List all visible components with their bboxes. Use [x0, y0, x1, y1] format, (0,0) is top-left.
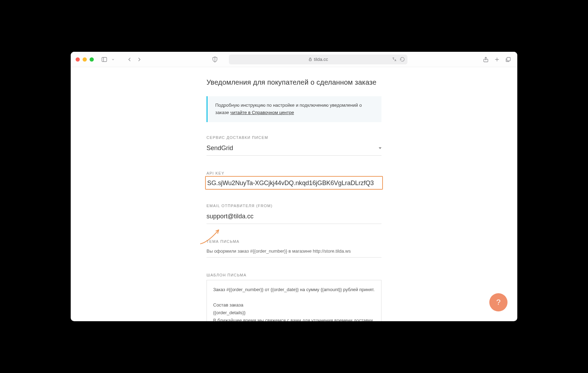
sidebar-icon: [101, 56, 107, 63]
chevron-down-icon: [110, 56, 116, 63]
traffic-lights: [76, 57, 94, 62]
help-icon: ?: [496, 298, 500, 307]
caret-down-icon: [379, 147, 382, 149]
window-close-button[interactable]: [76, 57, 80, 62]
window-fullscreen-button[interactable]: [90, 57, 94, 62]
privacy-report-button[interactable]: [211, 55, 219, 64]
browser-window: tilda.cc Уведомления для покупателей о с: [71, 52, 517, 321]
svg-rect-0: [102, 57, 107, 62]
translate-icon[interactable]: [391, 56, 398, 63]
tabs-icon: [505, 56, 511, 63]
info-link[interactable]: читайте в Справочном центре: [230, 110, 294, 115]
svg-rect-3: [309, 59, 311, 61]
new-tab-button[interactable]: [493, 55, 501, 64]
chevron-left-icon: [126, 56, 133, 63]
subject-input[interactable]: [206, 246, 382, 258]
api-key-input[interactable]: [206, 178, 382, 188]
reload-icon[interactable]: [399, 56, 405, 63]
lock-icon: [308, 57, 312, 61]
service-label: СЕРВИС ДОСТАВКИ ПИСЕМ: [206, 135, 382, 140]
info-callout: Подробную инструкцию по настройке и подк…: [206, 96, 382, 122]
subject-label: ТЕМА ПИСЬМА: [206, 239, 382, 244]
api-key-highlight: [205, 176, 383, 190]
chevron-right-icon: [136, 56, 142, 63]
shield-icon: [212, 56, 218, 63]
template-textarea[interactable]: Заказ #{{order_number}} от {{order_date}…: [206, 280, 382, 321]
url-display: tilda.cc: [308, 57, 328, 62]
nav-forward-button[interactable]: [135, 55, 144, 64]
share-icon: [483, 56, 489, 63]
nav-back-button[interactable]: [125, 55, 134, 64]
from-email-input[interactable]: [206, 211, 382, 224]
sidebar-toggle-button[interactable]: [100, 55, 108, 64]
url-bar[interactable]: tilda.cc: [229, 55, 407, 64]
window-minimize-button[interactable]: [83, 57, 87, 62]
url-host-text: tilda.cc: [314, 57, 328, 62]
share-button[interactable]: [482, 55, 490, 64]
service-select[interactable]: SendGrid: [206, 142, 382, 156]
svg-rect-7: [507, 57, 510, 61]
service-value: SendGrid: [206, 145, 233, 152]
page-title: Уведомления для покупателей о сделанном …: [206, 78, 382, 86]
page-content: Уведомления для покупателей о сделанном …: [71, 67, 517, 321]
api-key-label: API KEY: [206, 171, 382, 175]
help-button[interactable]: ?: [489, 293, 507, 311]
template-label: ШАБЛОН ПИСЬМА: [206, 273, 382, 277]
from-email-label: EMAIL ОТПРАВИТЕЛЯ (FROM): [206, 204, 382, 208]
plus-icon: [494, 56, 500, 63]
tabs-overview-button[interactable]: [504, 55, 512, 64]
browser-toolbar: tilda.cc: [71, 52, 517, 67]
